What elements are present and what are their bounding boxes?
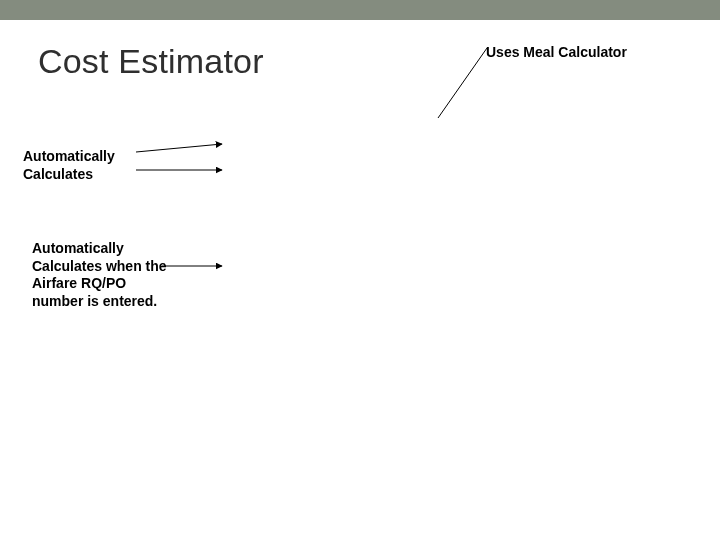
slide-accent-bar xyxy=(0,0,720,20)
annotation-auto-calculates-airfare: Automatically Calculates when the Airfar… xyxy=(32,240,172,310)
svg-line-0 xyxy=(136,144,222,152)
annotation-auto-calculates: Automatically Calculates xyxy=(23,148,133,183)
annotation-uses-meal-calculator: Uses Meal Calculator xyxy=(486,44,686,62)
svg-line-3 xyxy=(438,48,487,118)
page-title: Cost Estimator xyxy=(38,42,264,81)
